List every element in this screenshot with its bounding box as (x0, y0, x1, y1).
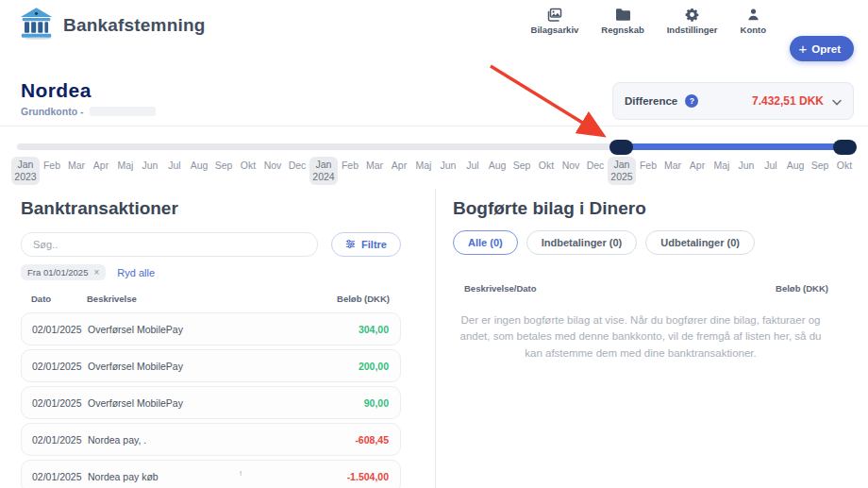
timeline-month[interactable]: Okt (534, 157, 559, 185)
top-nav: Bilagsarkiv Regnskab Indstillinger (531, 8, 766, 35)
create-button-label: Opret (811, 43, 841, 55)
transaction-date: 02/01/2025 (32, 397, 79, 409)
transaction-date: 02/01/2025 (32, 324, 79, 335)
transaction-description: Nordea pay køb ! (88, 471, 299, 482)
bank-building-icon (19, 8, 54, 43)
booked-tab[interactable]: Indbetalinger (0) (526, 230, 638, 255)
timeline-month[interactable]: Maj (113, 157, 138, 185)
timeline-month[interactable]: Feb (636, 157, 660, 185)
timeline-month[interactable]: Feb (40, 157, 64, 185)
booked-tab[interactable]: Alle (0) (453, 230, 518, 255)
transaction-amount: -608,45 (308, 434, 389, 446)
month-label: Mar (68, 160, 85, 171)
month-label: Okt (539, 160, 554, 171)
timeline-month[interactable]: Sep (509, 157, 534, 185)
timeline-month[interactable]: Mar (64, 157, 89, 185)
timeline-month[interactable]: Nov (559, 157, 583, 185)
filter-button[interactable]: Filtre (331, 232, 401, 257)
timeline-month[interactable]: Apr (685, 157, 709, 185)
transaction-row[interactable]: 02/01/2025 Overførsel MobilePay 90,00 (21, 386, 401, 419)
nav-item-bilagsarkiv[interactable]: Bilagsarkiv (531, 8, 579, 35)
booked-vouchers-panel: Bogførte bilag i Dinero Alle (0) Indbeta… (435, 189, 868, 488)
sliders-icon (345, 239, 356, 251)
timeline-month[interactable]: Jun (138, 157, 162, 185)
transactions-header-row: Dato Beskrivelse Beløb (DKK) (21, 294, 401, 304)
slider-handle-start[interactable] (609, 140, 633, 155)
transaction-row[interactable]: 02/01/2025 Nordea pay køb ! -1.504,00 (21, 460, 401, 488)
timeline-month[interactable]: Sep (808, 157, 832, 185)
timeline-month[interactable]: Jul (759, 157, 783, 185)
transaction-amount: 90,00 (308, 397, 389, 409)
slider-handle-end[interactable] (833, 140, 857, 155)
timeline-month[interactable]: Dec (285, 157, 309, 185)
timeline-month[interactable]: Aug (783, 157, 808, 185)
timeline-month[interactable]: Mar (660, 157, 685, 185)
nav-item-konto[interactable]: Konto (741, 8, 766, 35)
bank-reconciliation-page: Bankafstemning Bilagsarkiv (0, 0, 868, 488)
timeline-month[interactable]: Aug (187, 157, 211, 185)
booked-tab[interactable]: Udbetalinger (0) (645, 230, 755, 255)
month-label: Jan (316, 159, 332, 170)
nav-item-regnskab[interactable]: Regnskab (601, 8, 643, 35)
month-label: Mar (366, 160, 383, 171)
month-label: Sep (215, 160, 233, 171)
timeline-month[interactable]: Maj (411, 157, 436, 185)
timeline-month[interactable]: Jun (436, 157, 460, 185)
timeline-month[interactable]: Jun (734, 157, 759, 185)
timeline-month[interactable]: Okt (832, 157, 857, 185)
nav-label: Bilagsarkiv (531, 25, 579, 35)
remove-filter-icon[interactable]: × (93, 268, 99, 278)
transaction-row[interactable]: 02/01/2025 Overførsel MobilePay 304,00 (21, 312, 401, 345)
month-year: 2024 (309, 171, 338, 183)
month-label: Mar (664, 160, 681, 171)
search-input[interactable] (21, 232, 318, 257)
account-info: Nordea Grundkonto - (21, 79, 156, 117)
timeline-month[interactable]: Sep (211, 157, 236, 185)
nav-item-indstillinger[interactable]: Indstillinger (667, 8, 718, 35)
timeline-month[interactable]: Jan 2024 (309, 157, 338, 185)
clear-all-link[interactable]: Ryd alle (117, 267, 155, 278)
create-button[interactable]: + Opret (790, 36, 854, 61)
app-brand: Bankafstemning (19, 8, 206, 43)
transactions-title: Banktransaktioner (21, 198, 401, 219)
timeline-month[interactable]: Jul (162, 157, 187, 185)
timeline-slider-selected-range (621, 143, 844, 150)
timeline-month[interactable]: Maj (709, 157, 734, 185)
timeline-month[interactable]: Dec (583, 157, 608, 185)
month-label: Apr (93, 160, 108, 171)
timeline-month[interactable]: Apr (387, 157, 411, 185)
difference-panel[interactable]: Difference ? 7.432,51 DKK (612, 82, 854, 120)
content-panels: Banktransaktioner Filtre (0, 189, 868, 488)
month-label: Aug (489, 160, 507, 171)
timeline-month[interactable]: Okt (236, 157, 260, 185)
timeline-month[interactable]: Apr (89, 157, 113, 185)
column-header-amount: Beløb (DKK) (776, 283, 828, 294)
month-label: Sep (513, 160, 531, 171)
chevron-down-icon[interactable] (832, 93, 842, 109)
month-label: Sep (811, 160, 829, 171)
timeline-month[interactable]: Jan 2025 (608, 157, 636, 185)
month-label: Aug (787, 160, 805, 171)
timeline-month[interactable]: Jan 2023 (11, 157, 40, 185)
archive-icon (547, 8, 562, 22)
timeline-month[interactable]: Nov (260, 157, 285, 185)
month-label: Aug (191, 160, 209, 171)
month-label: Nov (562, 160, 580, 171)
transaction-date: 02/01/2025 (32, 361, 79, 372)
transaction-description: Overførsel MobilePay (88, 324, 299, 335)
transaction-description: Overførsel MobilePay (88, 361, 299, 372)
timeline-month[interactable]: Aug (485, 157, 509, 185)
transaction-row[interactable]: 02/01/2025 Nordea pay, . -608,45 (21, 423, 401, 456)
month-label: Dec (587, 160, 605, 171)
month-label: Feb (342, 160, 359, 171)
help-icon[interactable]: ? (685, 94, 698, 108)
top-bar: Bankafstemning Bilagsarkiv (0, 0, 868, 53)
booked-header-row: Beskrivelse/Dato Beløb (DKK) (453, 283, 828, 294)
month-label: Jun (441, 160, 457, 171)
month-label: Jan (18, 159, 34, 170)
timeline-month[interactable]: Jul (460, 157, 485, 185)
month-label: Dec (289, 160, 307, 171)
timeline-month[interactable]: Feb (338, 157, 362, 185)
timeline-month[interactable]: Mar (362, 157, 387, 185)
transaction-row[interactable]: 02/01/2025 Overførsel MobilePay 200,00 (21, 349, 401, 382)
